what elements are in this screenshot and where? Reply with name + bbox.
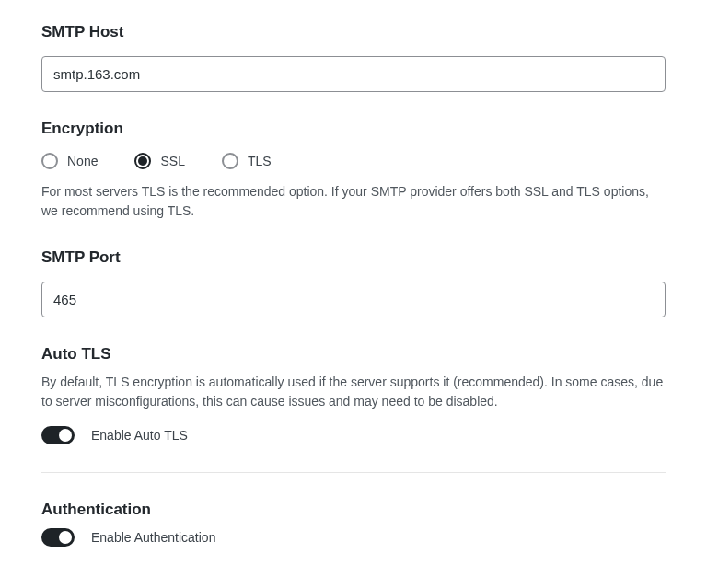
encryption-option-tls[interactable]: TLS (222, 153, 272, 169)
smtp-host-label: SMTP Host (41, 23, 666, 41)
auto-tls-description: By default, TLS encryption is automatica… (41, 373, 666, 411)
encryption-label: Encryption (41, 120, 666, 138)
authentication-group: Authentication Enable Authentication (41, 501, 666, 547)
smtp-port-group: SMTP Port (41, 248, 666, 317)
radio-icon (222, 153, 238, 169)
radio-label-ssl: SSL (160, 154, 184, 168)
smtp-port-input[interactable] (41, 282, 666, 317)
encryption-group: Encryption None SSL TLS For most servers… (41, 120, 666, 221)
authentication-toggle-row: Enable Authentication (41, 528, 666, 547)
authentication-label: Authentication (41, 501, 666, 519)
section-divider (41, 472, 666, 473)
encryption-radio-group: None SSL TLS (41, 153, 666, 169)
authentication-toggle[interactable] (41, 528, 75, 547)
auto-tls-label: Auto TLS (41, 345, 666, 363)
smtp-host-group: SMTP Host (41, 23, 666, 92)
radio-icon (41, 153, 58, 169)
encryption-option-ssl[interactable]: SSL (134, 153, 184, 169)
smtp-host-input[interactable] (41, 56, 666, 92)
authentication-toggle-label: Enable Authentication (91, 530, 215, 545)
encryption-description: For most servers TLS is the recommended … (41, 182, 666, 221)
encryption-option-none[interactable]: None (41, 153, 98, 169)
auto-tls-toggle-row: Enable Auto TLS (41, 426, 666, 444)
radio-icon (134, 153, 151, 169)
radio-label-tls: TLS (248, 154, 272, 168)
auto-tls-toggle-label: Enable Auto TLS (91, 428, 188, 443)
auto-tls-group: Auto TLS By default, TLS encryption is a… (41, 345, 666, 444)
toggle-knob-icon (59, 531, 72, 544)
toggle-knob-icon (59, 429, 72, 442)
smtp-port-label: SMTP Port (41, 248, 666, 267)
auto-tls-toggle[interactable] (41, 426, 75, 444)
radio-label-none: None (67, 154, 98, 168)
